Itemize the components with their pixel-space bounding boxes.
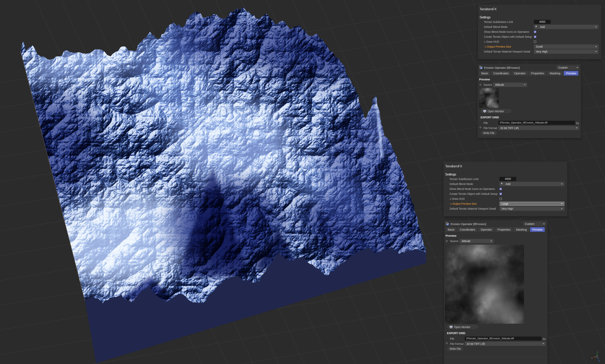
svg-text:Z: Z [598, 360, 600, 362]
svg-text:X: X [591, 357, 593, 359]
svg-text:Y: Y [597, 351, 598, 353]
